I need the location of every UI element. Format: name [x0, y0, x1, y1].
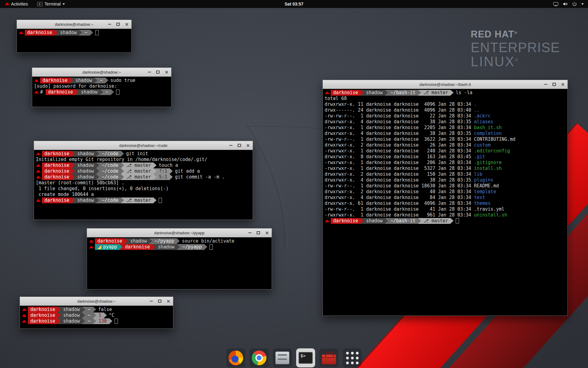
powerline-separator-icon	[93, 312, 96, 318]
output-text: drwxrwxr-x. 2 darknoise darknoise 26 Jan…	[325, 142, 474, 148]
dock-item-chrome[interactable]	[250, 348, 269, 367]
terminal-cursor	[159, 198, 162, 203]
close-button[interactable]	[124, 22, 129, 27]
titlebar[interactable]: darknoise@shadow:~	[32, 68, 171, 77]
app-grid-icon	[346, 352, 359, 364]
prompt-segment-path: ~	[82, 30, 90, 36]
close-button[interactable]	[166, 299, 171, 304]
minimize-button[interactable]	[149, 299, 154, 304]
close-button[interactable]	[560, 82, 565, 87]
activities-button[interactable]: Activities	[3, 0, 30, 8]
titlebar[interactable]: darknoise@shadow:~	[20, 297, 173, 306]
command-text: touch a	[156, 163, 178, 168]
prompt-segment-exit: 1	[96, 312, 104, 318]
redhat-prompt-icon	[36, 170, 40, 173]
terminal-content[interactable]: darknoiseshadow~falsedarknoiseshadow~1^C…	[20, 306, 173, 328]
output-text: -rwxrwxr-x. 1 darknoise darknoise 206 Ja…	[325, 160, 474, 166]
window-title: darknoise@shadow:~/pyapp	[154, 231, 205, 235]
output-text: -rwxrwxr-x. 1 darknoise darknoise 240 Ja…	[325, 148, 474, 154]
terminal-line: drwxrwxr-x. 2 darknoise darknoise 150 Ja…	[325, 171, 566, 177]
maximize-button[interactable]	[157, 299, 162, 304]
dock-item-app-grid[interactable]	[343, 348, 362, 367]
prompt-segment-git: ⎇ master	[421, 90, 451, 96]
clock[interactable]: Sat 03:57	[285, 0, 303, 8]
maximize-button[interactable]	[155, 70, 160, 75]
maximize-icon	[257, 231, 260, 234]
minimize-button[interactable]	[228, 143, 233, 148]
terminal-window-bash-it: darknoise@shadow:~/bash-it darknoiseshad…	[322, 80, 568, 316]
powerline-separator-icon	[100, 89, 103, 95]
dock-item-terminal[interactable]: $>	[296, 348, 315, 367]
redhat-prompt-icon	[36, 199, 40, 202]
output-text: ..	[474, 107, 480, 113]
terminal-line: -rwxrwxr-x. 1 darknoise darknoise 2205 J…	[325, 125, 566, 131]
top-bar: Activities Terminal Sat 03:57	[0, 0, 588, 8]
terminal-content[interactable]: darknoiseshadow~/bash-it⎇ masterls -lato…	[323, 89, 567, 316]
close-button[interactable]	[264, 230, 270, 236]
minimize-icon	[150, 301, 153, 301]
output-text: completion	[474, 131, 502, 136]
minimize-button[interactable]	[147, 70, 152, 75]
prompt-segment-path: ~/code	[99, 174, 121, 180]
powerline-separator-icon	[75, 89, 78, 95]
terminal-content[interactable]: darknoiseshadow~sudo true[sudo] password…	[32, 77, 171, 107]
powerline-separator-icon	[58, 318, 61, 324]
system-status-area[interactable]	[549, 0, 588, 8]
prompt-segment-host: shadow	[75, 197, 96, 203]
powerline-separator-icon	[385, 90, 388, 96]
terminal-cursor	[209, 244, 213, 250]
output-text: .travis.yml	[474, 206, 504, 212]
close-button[interactable]	[164, 70, 169, 75]
toolbox-icon	[322, 355, 336, 364]
titlebar[interactable]: darknoise@shadow:~/pyapp	[87, 228, 272, 237]
prompt-segment-venv: pyapp	[95, 244, 119, 250]
dock-item-firefox[interactable]	[226, 348, 245, 367]
powerline-separator-icon	[177, 238, 180, 244]
volume-icon	[563, 2, 568, 6]
output-text: Initialized empty Git repository in /hom…	[36, 157, 207, 163]
titlebar[interactable]: darknoise@shadow:~	[17, 20, 131, 29]
close-icon	[561, 83, 564, 86]
powerline-separator-icon	[70, 78, 73, 83]
terminal-line: drwxrwxr-x. 4 darknoise darknoise 84 Jan…	[325, 195, 566, 201]
terminal-line: Initialized empty Git repository in /hom…	[36, 157, 251, 163]
chrome-icon	[252, 351, 266, 365]
powerline-separator-icon	[93, 307, 96, 312]
maximize-button[interactable]	[552, 82, 557, 87]
titlebar[interactable]: darknoise@shadow:~/code	[34, 141, 253, 150]
titlebar[interactable]: darknoise@shadow:~/bash-it	[323, 80, 567, 89]
output-text: drwx------. 24 darknoise darknoise 4096 …	[325, 107, 474, 113]
maximize-icon	[238, 144, 241, 147]
registered-mark: ®	[514, 30, 518, 35]
minimize-button[interactable]	[543, 82, 548, 87]
prompt-segment-user: darknoise	[331, 218, 360, 224]
terminal-line: -rwxrwxr-x. 1 darknoise darknoise 961 Ja…	[325, 212, 566, 218]
terminal-window-pyapp: darknoise@shadow:~/pyapp darknoiseshadow…	[87, 228, 272, 289]
maximize-icon	[116, 23, 120, 26]
dock-item-toolbox[interactable]	[319, 348, 338, 367]
app-menu-terminal[interactable]: Terminal	[35, 0, 67, 8]
terminal-window-exit-codes: darknoise@shadow:~ darknoiseshadow~false…	[20, 297, 173, 329]
powerline-separator-icon	[72, 151, 75, 157]
output-text: aliases	[474, 119, 493, 125]
terminal-line: drwxrwxr-x. 4 darknoise darknoise 38 Jan…	[325, 177, 566, 183]
maximize-button[interactable]	[115, 22, 121, 27]
maximize-button[interactable]	[256, 230, 261, 236]
close-button[interactable]	[245, 143, 251, 148]
terminal-content[interactable]: darknoiseshadow~/codegit initInitialized…	[34, 150, 253, 220]
dock: $>	[226, 348, 362, 367]
dock-item-files[interactable]	[273, 348, 292, 367]
maximize-button[interactable]	[237, 143, 242, 148]
output-text: create mode 100644 a	[36, 192, 94, 197]
minimize-button[interactable]	[247, 230, 252, 236]
terminal-content[interactable]: darknoiseshadow~/pyappsource bin/activat…	[87, 237, 272, 289]
minimize-button[interactable]	[107, 22, 112, 27]
output-text: install.sh	[474, 166, 502, 171]
terminal-content[interactable]: darknoiseshadow~	[17, 29, 131, 52]
brand-linux: LINUX®	[471, 55, 560, 69]
prompt-segment-user: darknoise	[46, 89, 75, 95]
powerline-separator-icon	[72, 163, 75, 168]
prompt-segment-user: darknoise	[42, 151, 72, 157]
terminal-window-1: darknoise@shadow:~ darknoiseshadow~	[17, 20, 132, 53]
prompt-segment-path: ~	[85, 318, 93, 324]
